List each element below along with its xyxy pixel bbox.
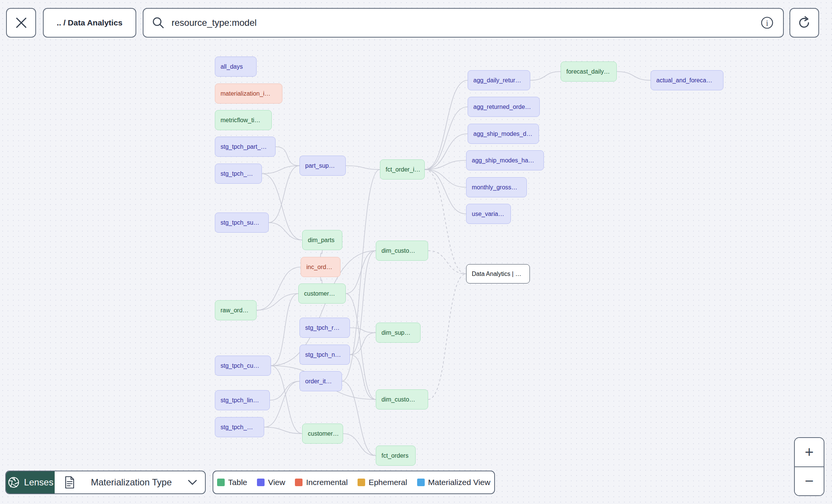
graph-node-materialization_i[interactable]: materialization_i… (215, 83, 282, 104)
graph-node-stg_tpch_part[interactable]: stg_tpch_part_… (215, 137, 276, 157)
graph-node-label: actual_and_foreca… (656, 77, 712, 84)
graph-node-label: metricflow_ti… (221, 117, 260, 124)
graph-node-inc_ord[interactable]: inc_ord… (301, 257, 340, 277)
graph-node-label: stg_tpch_su… (221, 219, 259, 226)
graph-node-fct_order_i[interactable]: fct_order_i… (380, 159, 425, 180)
edge-agg_daily-to-forecast_daily (530, 72, 561, 80)
graph-node-label: customer… (308, 430, 339, 437)
edge-raw_ord-to-customer_mid (257, 294, 298, 310)
graph-node-stg_tpch_lin[interactable]: stg_tpch_lin… (215, 390, 270, 410)
edge-dim_parts-to-inc_ord (321, 250, 323, 257)
legend-swatch (257, 479, 265, 486)
graph-node-data_analytics[interactable]: Data Analytics | … (466, 264, 530, 284)
edge-stg_tpch_part-to-part_sup (276, 147, 299, 166)
lenses-button[interactable]: Lenses (6, 471, 55, 493)
edge-fct_order_i-to-use_varia (425, 170, 466, 214)
graph-node-fct_orders[interactable]: fct_orders (376, 446, 416, 466)
graph-node-monthly_gross[interactable]: monthly_gross… (466, 177, 527, 197)
edge-forecast_daily-to-actual_and (617, 72, 651, 80)
graph-node-label: forecast_daily… (566, 68, 610, 75)
legend-swatch (358, 479, 365, 486)
zoom-in-button[interactable]: + (795, 438, 824, 467)
graph-node-label: agg_ship_modes_d… (473, 131, 533, 137)
search-input[interactable] (172, 17, 760, 28)
lineage-canvas[interactable]: all_daysmaterialization_i…metricflow_ti…… (0, 0, 832, 504)
graph-node-customer_mid[interactable]: customer… (298, 284, 346, 304)
graph-node-label: all_days (221, 63, 243, 70)
graph-node-stg_tpch_su[interactable]: stg_tpch_su… (215, 213, 269, 233)
edge-stg_tpch_cu-to-customer_mid (271, 294, 298, 366)
edge-fct_order_i-to-data_analytics (425, 170, 466, 274)
breadcrumb[interactable]: .. / Data Analytics (43, 8, 136, 38)
graph-node-label: stg_tpch_part_… (221, 143, 267, 150)
edge-stg_tpch_n-to-dim_sup (350, 333, 376, 355)
graph-node-label: agg_returned_orde… (473, 104, 531, 110)
edge-stg_tpch_a-to-part_sup (262, 166, 299, 174)
legend-item-table: Table (217, 478, 247, 487)
graph-node-agg_returned[interactable]: agg_returned_orde… (468, 97, 540, 117)
graph-node-label: stg_tpch_cu… (221, 362, 259, 369)
breadcrumb-label: .. / Data Analytics (57, 18, 122, 27)
graph-node-use_varia[interactable]: use_varia… (466, 204, 511, 224)
legend-label: Ephemeral (369, 478, 407, 487)
graph-node-dim_custo_top[interactable]: dim_custo… (376, 241, 428, 261)
graph-node-stg_tpch_n[interactable]: stg_tpch_n… (299, 345, 350, 365)
edge-stg_tpch_su-to-dim_parts (269, 223, 302, 240)
legend-label: Table (228, 478, 247, 487)
legend-swatch (417, 479, 425, 486)
edge-fct_order_i-to-agg_returned (425, 107, 468, 170)
graph-node-label: part_sup… (305, 162, 335, 169)
graph-node-forecast_daily[interactable]: forecast_daily… (561, 61, 617, 82)
graph-node-actual_and[interactable]: actual_and_foreca… (651, 70, 723, 90)
refresh-icon (797, 15, 812, 30)
graph-node-raw_ord[interactable]: raw_ord… (215, 300, 257, 320)
info-icon[interactable]: i (760, 15, 775, 30)
legend-label: Materialized View (428, 478, 490, 487)
edge-stg_tpch_cu-to-customer_bot (271, 366, 302, 434)
legend-label: View (268, 478, 285, 487)
graph-node-stg_tpch_r[interactable]: stg_tpch_r… (299, 318, 350, 338)
graph-node-metricflow_ti[interactable]: metricflow_ti… (215, 110, 272, 130)
graph-node-customer_bot[interactable]: customer… (302, 424, 343, 444)
aperture-icon (7, 476, 20, 489)
graph-node-label: fct_orders (381, 452, 408, 459)
graph-node-stg_tpch_cu[interactable]: stg_tpch_cu… (215, 356, 271, 376)
lens-selector-dropdown[interactable]: Materialization Type (55, 471, 205, 493)
graph-node-label: materialization_i… (221, 90, 271, 97)
graph-node-dim_sup[interactable]: dim_sup… (376, 323, 421, 343)
legend-item-view: View (257, 478, 285, 487)
edge-customer_mid-to-dim_custo_top (346, 251, 376, 294)
graph-node-label: monthly_gross… (472, 184, 517, 191)
edge-stg_tpch_r-to-dim_sup (350, 328, 376, 333)
refresh-button[interactable] (789, 8, 819, 38)
graph-node-agg_daily[interactable]: agg_daily_retur… (468, 70, 530, 90)
legend-swatch (295, 479, 303, 486)
graph-node-agg_ship_ha[interactable]: agg_ship_modes_ha… (466, 150, 544, 170)
graph-node-order_it[interactable]: order_it… (299, 371, 342, 391)
legend-item-incremental: Incremental (295, 478, 348, 487)
edge-dim_custo_bot-to-data_analytics (428, 274, 466, 400)
edge-order_it-to-fct_orders (342, 381, 376, 456)
close-icon (15, 16, 28, 29)
graph-node-dim_parts[interactable]: dim_parts (302, 230, 342, 250)
search-bar[interactable]: i (143, 8, 784, 38)
graph-node-all_days[interactable]: all_days (215, 57, 257, 77)
graph-node-label: dim_custo… (381, 396, 415, 403)
graph-node-label: dim_sup… (381, 329, 410, 336)
graph-node-agg_ship_d[interactable]: agg_ship_modes_d… (468, 124, 539, 144)
graph-node-label: use_varia… (472, 211, 504, 217)
graph-node-label: dim_custo… (381, 247, 415, 254)
graph-node-label: agg_daily_retur… (473, 77, 521, 84)
graph-node-dim_custo_bot[interactable]: dim_custo… (376, 389, 428, 410)
materialization-legend: TableViewIncrementalEphemeralMaterialize… (213, 471, 495, 494)
close-button[interactable] (6, 8, 36, 38)
zoom-out-button[interactable]: − (795, 467, 824, 496)
graph-node-label: stg_tpch_… (221, 170, 253, 177)
edge-stg_tpch_lin-to-order_it (270, 381, 299, 400)
lens-selector-value: Materialization Type (80, 477, 182, 488)
graph-node-part_sup[interactable]: part_sup… (299, 156, 346, 176)
graph-node-stg_tpch_b[interactable]: stg_tpch_… (215, 417, 264, 437)
edge-dim_custo_top-to-data_analytics (428, 251, 466, 274)
legend-label: Incremental (306, 478, 348, 487)
graph-node-stg_tpch_a[interactable]: stg_tpch_… (215, 164, 262, 184)
